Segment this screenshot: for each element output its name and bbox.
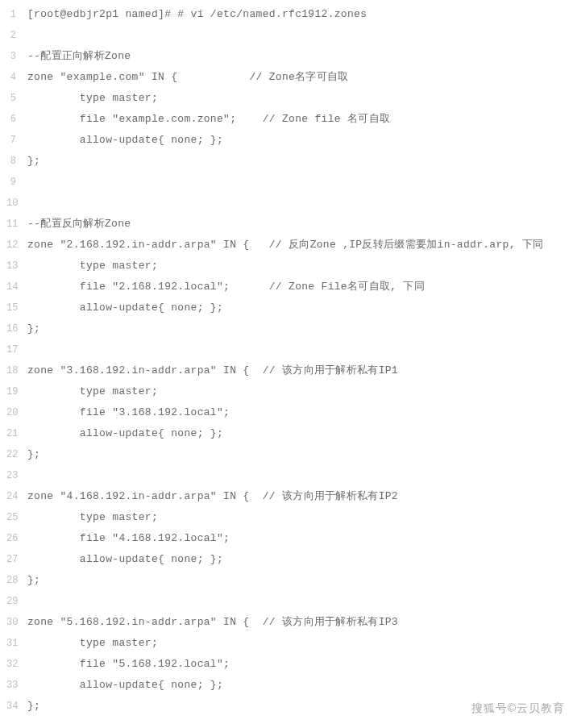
code-line: [root@edbjr2p1 named]# # vi /etc/named.r… — [27, 4, 573, 25]
code-line — [27, 465, 573, 486]
line-number: 15 — [6, 297, 16, 318]
line-number: 7 — [6, 130, 16, 151]
line-number: 10 — [6, 193, 16, 214]
code-line: file "2.168.192.local"; // Zone File名可自取… — [27, 277, 573, 297]
line-number: 6 — [6, 109, 16, 130]
line-number: 17 — [6, 339, 16, 360]
code-line: allow-update{ none; }; — [27, 297, 573, 318]
line-number: 33 — [6, 675, 16, 696]
line-number: 22 — [6, 444, 16, 465]
line-number: 2 — [6, 25, 16, 46]
line-number: 12 — [6, 235, 16, 256]
line-number: 21 — [6, 423, 16, 444]
line-number: 5 — [6, 88, 16, 109]
code-line: file "4.168.192.local"; — [27, 528, 573, 549]
line-number: 26 — [6, 528, 16, 549]
code-line: zone "5.168.192.in-addr.arpa" IN { // 该方… — [27, 612, 573, 633]
line-number: 24 — [6, 486, 16, 507]
code-line — [27, 172, 573, 193]
code-line: file "example.com.zone"; // Zone file 名可… — [27, 109, 573, 130]
line-number: 23 — [6, 465, 16, 486]
code-line: --配置反向解析Zone — [27, 214, 573, 235]
line-number: 18 — [6, 360, 16, 381]
code-line: allow-update{ none; }; — [27, 549, 573, 570]
line-number: 1 — [6, 4, 16, 25]
code-line: zone "example.com" IN { // Zone名字可自取 — [27, 67, 573, 88]
code-line: }; — [27, 318, 573, 339]
line-number: 13 — [6, 256, 16, 277]
line-number: 27 — [6, 549, 16, 570]
code-line: --配置正向解析Zone — [27, 46, 573, 67]
code-line: type master; — [27, 633, 573, 654]
code-line: allow-update{ none; }; — [27, 423, 573, 444]
code-line — [27, 339, 573, 360]
line-number: 16 — [6, 318, 16, 339]
code-line: zone "4.168.192.in-addr.arpa" IN { // 该方… — [27, 486, 573, 507]
line-number: 32 — [6, 654, 16, 675]
line-number: 28 — [6, 570, 16, 591]
code-line: type master; — [27, 381, 573, 402]
gutter: 1234567891011121314151617181920212223242… — [0, 4, 23, 717]
code-line — [27, 25, 573, 46]
line-number: 3 — [6, 46, 16, 67]
code-line: type master; — [27, 88, 573, 109]
code-content: [root@edbjr2p1 named]# # vi /etc/named.r… — [23, 4, 573, 717]
code-line: allow-update{ none; }; — [27, 130, 573, 151]
watermark: 搜狐号©云贝教育 — [471, 701, 565, 716]
line-number: 11 — [6, 214, 16, 235]
line-number: 31 — [6, 633, 16, 654]
code-block: 1234567891011121314151617181920212223242… — [0, 0, 573, 721]
line-number: 9 — [6, 172, 16, 193]
code-line: zone "2.168.192.in-addr.arpa" IN { // 反向… — [27, 235, 573, 256]
code-line — [27, 193, 573, 214]
line-number: 14 — [6, 277, 16, 297]
code-line: file "3.168.192.local"; — [27, 402, 573, 423]
line-number: 34 — [6, 696, 16, 717]
code-line: file "5.168.192.local"; — [27, 654, 573, 675]
line-number: 4 — [6, 67, 16, 88]
code-line: type master; — [27, 507, 573, 528]
line-number: 20 — [6, 402, 16, 423]
code-line: allow-update{ none; }; — [27, 675, 573, 696]
code-line: }; — [27, 570, 573, 591]
code-line — [27, 591, 573, 612]
code-line: }; — [27, 444, 573, 465]
line-number: 8 — [6, 151, 16, 172]
line-number: 30 — [6, 612, 16, 633]
code-line: type master; — [27, 256, 573, 277]
code-line: }; — [27, 151, 573, 172]
line-number: 29 — [6, 591, 16, 612]
code-line: zone "3.168.192.in-addr.arpa" IN { // 该方… — [27, 360, 573, 381]
line-number: 19 — [6, 381, 16, 402]
line-number: 25 — [6, 507, 16, 528]
